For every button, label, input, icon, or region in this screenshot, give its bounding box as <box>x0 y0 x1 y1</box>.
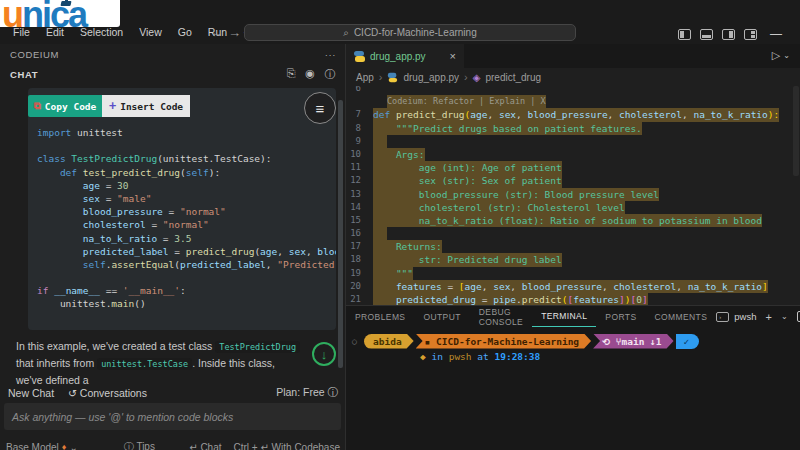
tips-button[interactable]: ⓘ Tips <box>124 440 155 450</box>
breadcrumb: App › drug_app.py › ◈ predict_drug <box>356 68 796 86</box>
shell-icon: › <box>716 312 729 322</box>
tab-ports[interactable]: PORTS <box>596 306 645 327</box>
conversations-button[interactable]: ↺ Conversations <box>68 387 147 399</box>
terminal-content[interactable]: ○ abida ▪ CICD-for-Machine-Learning ⟲ ⑂m… <box>352 333 798 364</box>
search-text: CICD-for-Machine-Learning <box>354 27 477 38</box>
window-layout-controls: — <box>678 27 782 41</box>
minimize-button[interactable]: — <box>770 27 782 41</box>
codebase-hint: Ctrl + ↵ With Codebase <box>234 442 340 450</box>
shell-label[interactable]: pwsh <box>734 311 756 322</box>
run-icon: ▷ <box>772 49 780 62</box>
bottom-panel: PROBLEMS OUTPUT DEBUG CONSOLE TERMINAL P… <box>346 305 800 450</box>
chat-model-bar: Base Model ♦ ⌄ ⓘ Tips ↵ Chat Ctrl + ↵ Wi… <box>0 440 346 450</box>
history-icon: ↺ <box>68 387 77 399</box>
model-caret-icon[interactable]: ⌄ <box>69 442 77 450</box>
inline-code-chip: TestPredictDrug <box>215 341 300 353</box>
run-python-file-button[interactable]: ▷ ⌄ <box>772 49 790 62</box>
copy-code-button[interactable]: ⧉ Copy Code <box>28 95 102 117</box>
toggle-secondary-sidebar-icon[interactable] <box>722 29 735 40</box>
code-editor[interactable]: 6Codeium: Refactor | Explain | X7def pre… <box>346 86 800 305</box>
info-icon[interactable]: ⓘ <box>324 67 336 82</box>
breadcrumb-folder[interactable]: App <box>356 72 374 83</box>
insert-code-button[interactable]: + Insert Code <box>102 95 190 117</box>
chat-input[interactable]: Ask anything — use '@' to mention code b… <box>4 403 341 430</box>
chat-explanation: In this example, we've created a test cl… <box>16 338 304 388</box>
close-tab-icon[interactable]: × <box>450 50 456 62</box>
python-file-icon <box>388 72 397 81</box>
chat-footer-bar: New Chat ↺ Conversations Plan: Free ⓘ <box>0 385 346 401</box>
clipboard-icon: ⧉ <box>34 100 41 112</box>
sidebar-title: CODEIUM <box>10 49 59 60</box>
menu-go[interactable]: Go <box>171 24 199 40</box>
gem-icon: ♦ <box>62 442 67 450</box>
tab-output[interactable]: OUTPUT <box>414 306 469 327</box>
chevron-icon: › <box>464 71 468 83</box>
command-center-search[interactable]: ⌕ CICD-for-Machine-Learning <box>244 24 576 41</box>
forward-icon[interactable]: → <box>228 25 241 40</box>
inline-code-chip: unittest.TestCase <box>97 358 192 370</box>
down-arrow-icon: ↓ <box>321 347 328 362</box>
tab-debug-console[interactable]: DEBUG CONSOLE <box>470 306 532 327</box>
code-lines: 6Codeium: Refactor | Explain | X7def pre… <box>346 86 800 305</box>
info-icon: ⓘ <box>124 441 134 450</box>
prompt-status-segment: ✓ <box>676 334 700 349</box>
chat-menu-button[interactable]: ≡ <box>304 92 336 124</box>
chat-code-content: import unittestclass TestPredictDrug(uni… <box>37 126 336 311</box>
check-icon: ✓ <box>684 336 690 347</box>
toggle-sidebar-icon[interactable] <box>678 29 691 40</box>
new-chat-button[interactable]: New Chat <box>8 387 54 399</box>
command-decoration-icon: ○ <box>352 337 364 346</box>
prompt-repo-segment: ▪ CICD-for-Machine-Learning <box>416 334 591 349</box>
chat-hint: ↵ Chat <box>189 442 221 450</box>
split-terminal-icon[interactable] <box>797 311 800 322</box>
sync-icon: ⟲ <box>602 336 610 347</box>
sidebar-more-icon[interactable]: ··· <box>325 49 336 60</box>
plus-icon: + <box>109 99 116 113</box>
editor-scrollbar[interactable] <box>793 86 799 176</box>
sidebar-header: CODEIUM ··· <box>0 44 346 64</box>
tab-terminal[interactable]: TERMINAL <box>532 306 596 327</box>
chat-scrollbar[interactable] <box>338 100 343 368</box>
prompt-user-segment: abida <box>364 334 414 349</box>
breadcrumb-symbol[interactable]: predict_drug <box>485 72 541 83</box>
method-symbol-icon: ◈ <box>473 72 481 83</box>
tab-drug-app-py[interactable]: drug_app.py × <box>346 44 464 68</box>
diamond-icon: ◆ <box>420 351 426 362</box>
chevron-icon: › <box>379 71 383 83</box>
new-terminal-icon[interactable]: + <box>765 311 771 323</box>
tab-label: drug_app.py <box>370 51 426 62</box>
prompt-git-segment: ⟲ ⑂main ↓1 <box>593 334 673 349</box>
editor-tab-bar: drug_app.py × <box>346 44 800 68</box>
terminal-dropdown-icon[interactable]: ⌄ <box>781 312 788 321</box>
codeium-chat-panel: CODEIUM ··· CHAT ⎘ ◉ ⓘ ⧉ Copy Code + Ins… <box>0 44 346 450</box>
enter-icon: ↵ <box>189 442 197 450</box>
chat-section-header: CHAT ⎘ ◉ ⓘ <box>0 64 346 84</box>
python-file-icon <box>354 51 365 62</box>
editor-group: drug_app.py × ▷ ⌄ App › drug_app.py › ◈ … <box>346 44 800 305</box>
model-selector[interactable]: Base Model <box>6 442 59 450</box>
logo-text: unica <box>2 0 86 36</box>
info-icon: ⓘ <box>328 386 339 398</box>
menu-view[interactable]: View <box>132 24 169 40</box>
customize-layout-icon[interactable] <box>744 29 757 40</box>
unica-logo: unica <box>0 0 122 44</box>
folder-icon: ▪ <box>425 336 431 347</box>
back-icon[interactable]: ← <box>210 25 223 40</box>
breadcrumb-file[interactable]: drug_app.py <box>403 72 459 83</box>
plan-badge[interactable]: Plan: Free ⓘ <box>276 386 338 400</box>
tab-problems[interactable]: PROBLEMS <box>346 306 414 327</box>
terminal-prompt: ○ abida ▪ CICD-for-Machine-Learning ⟲ ⑂m… <box>352 333 798 349</box>
search-icon: ⌕ <box>343 27 349 39</box>
hamburger-icon: ≡ <box>316 100 325 117</box>
tab-comments[interactable]: COMMENTS <box>645 306 716 327</box>
scroll-to-bottom-button[interactable]: ↓ <box>312 342 336 366</box>
panel-tab-bar: PROBLEMS OUTPUT DEBUG CONSOLE TERMINAL P… <box>346 306 800 327</box>
toggle-panel-icon[interactable] <box>700 29 713 40</box>
export-chat-icon[interactable]: ⎘ <box>287 67 296 82</box>
run-caret-icon: ⌄ <box>783 51 790 60</box>
terminal-prompt-line2: ◆ in pwsh at 19:28:38 <box>420 349 798 364</box>
terminal-actions: › pwsh + ⌄ <box>716 311 800 323</box>
graduation-cap-icon <box>60 0 73 7</box>
chat-title: CHAT <box>10 69 38 80</box>
account-icon[interactable]: ◉ <box>305 67 315 82</box>
